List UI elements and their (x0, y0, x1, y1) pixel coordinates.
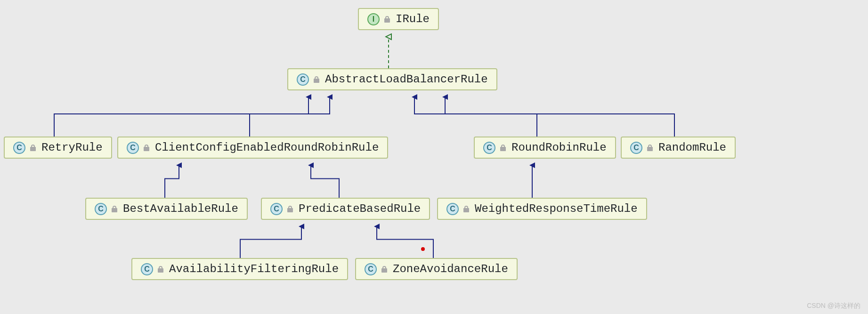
cursor-dot-icon (421, 247, 425, 251)
edge-availfilter-to-predicate (240, 226, 301, 258)
node-irule: I IRule (358, 8, 439, 30)
lock-icon (384, 16, 390, 23)
class-badge-icon: C (13, 142, 25, 154)
node-label: RetryRule (41, 141, 103, 154)
node-label: AvailabilityFilteringRule (169, 263, 339, 275)
edge-bestavail-to-clientconfig (165, 165, 179, 198)
lock-icon (647, 145, 653, 151)
node-label: IRule (396, 13, 430, 25)
class-badge-icon: C (483, 142, 495, 154)
node-label: ZoneAvoidanceRule (393, 263, 508, 275)
lock-icon (144, 145, 149, 151)
node-random-rule: C RandomRule (621, 137, 736, 159)
class-badge-icon: C (127, 142, 139, 154)
node-label: BestAvailableRule (123, 202, 238, 215)
class-badge-icon: C (270, 203, 283, 215)
class-badge-icon: C (297, 73, 309, 86)
watermark-text: CSDN @诗这样的 (807, 302, 860, 310)
edge-predicate-to-clientconfig (311, 165, 339, 198)
edge-clientconfig-to-abstract (250, 97, 330, 137)
class-badge-icon: C (446, 203, 459, 215)
node-predicate-based-rule: C PredicateBasedRule (261, 198, 430, 220)
node-label: WeightedResponseTimeRule (475, 202, 638, 215)
node-best-available-rule: C BestAvailableRule (85, 198, 248, 220)
node-client-config-enabled-round-robin-rule: C ClientConfigEnabledRoundRobinRule (117, 137, 388, 159)
lock-icon (381, 266, 387, 273)
class-badge-icon: C (95, 203, 107, 215)
interface-badge-icon: I (367, 13, 380, 25)
node-label: RandomRule (658, 141, 726, 154)
node-label: AbstractLoadBalancerRule (325, 73, 488, 86)
node-abstract-load-balancer-rule: C AbstractLoadBalancerRule (287, 68, 497, 90)
lock-icon (287, 206, 293, 212)
node-retry-rule: C RetryRule (4, 137, 112, 159)
class-badge-icon: C (141, 263, 153, 275)
node-zone-avoidance-rule: C ZoneAvoidanceRule (355, 258, 518, 280)
lock-icon (158, 266, 163, 273)
lock-icon (314, 76, 319, 83)
edge-random-to-abstract (445, 97, 674, 137)
edge-retry-to-abstract (54, 97, 308, 137)
node-label: RoundRobinRule (511, 141, 607, 154)
lock-icon (30, 145, 36, 151)
lock-icon (112, 206, 117, 212)
edge-roundrobin-to-abstract (414, 97, 537, 137)
class-hierarchy-diagram: I IRule C AbstractLoadBalancerRule C Ret… (0, 0, 868, 314)
class-badge-icon: C (630, 142, 642, 154)
node-weighted-response-time-rule: C WeightedResponseTimeRule (437, 198, 647, 220)
edge-zoneavoid-to-predicate (377, 226, 433, 258)
lock-icon (463, 206, 469, 212)
node-label: ClientConfigEnabledRoundRobinRule (155, 141, 379, 154)
node-label: PredicateBasedRule (299, 202, 421, 215)
node-round-robin-rule: C RoundRobinRule (474, 137, 616, 159)
class-badge-icon: C (365, 263, 377, 275)
node-availability-filtering-rule: C AvailabilityFilteringRule (131, 258, 348, 280)
lock-icon (500, 145, 506, 151)
